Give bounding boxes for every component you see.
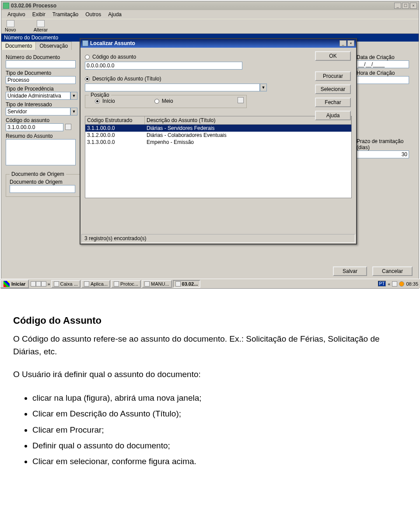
results-grid[interactable]: 3.1.1.00.0.0Diárias - Servidores Federai… bbox=[85, 125, 352, 198]
modal-titlebar: Localizar Assunto _ × bbox=[80, 39, 356, 48]
quicklaunch-expand[interactable]: » bbox=[47, 281, 50, 287]
menu-tramitacao[interactable]: Tramitação bbox=[50, 11, 81, 18]
system-tray: PT « 08:35 bbox=[376, 281, 420, 287]
doc-origem-input[interactable] bbox=[10, 185, 75, 193]
right-column: Data de Criação __/__/____ Hora de Criaç… bbox=[357, 52, 413, 158]
tipo-doc-input[interactable]: Processo bbox=[6, 76, 76, 84]
salvar-button[interactable]: Salvar bbox=[333, 266, 367, 276]
windows-flag-icon bbox=[4, 281, 10, 287]
descricao-dropdown[interactable]: ▼ bbox=[260, 84, 267, 91]
data-criacao-input[interactable]: __/__/____ bbox=[357, 60, 409, 68]
menubar: Arquivo Exibir Tramitação Outros Ajuda bbox=[1, 10, 419, 19]
radio-codigo[interactable] bbox=[85, 55, 90, 59]
new-icon bbox=[7, 20, 14, 27]
task-manu[interactable]: MANU... bbox=[142, 280, 172, 288]
modal-icon bbox=[82, 40, 88, 46]
lang-indicator[interactable]: PT bbox=[378, 281, 386, 287]
menu-outros[interactable]: Outros bbox=[83, 11, 104, 18]
cancelar-button[interactable]: Cancelar bbox=[372, 266, 413, 276]
list-item: clicar na lupa (figura), abrirá uma nova… bbox=[32, 390, 407, 406]
results-grid-header: Código Estruturado Descrição do Assunto … bbox=[85, 116, 352, 125]
quicklaunch-desktop-icon[interactable] bbox=[36, 281, 41, 287]
toolbar-alterar-label: Alterar bbox=[34, 27, 48, 32]
tipo-int-dropdown[interactable]: ▼ bbox=[70, 108, 77, 115]
data-criacao-label: Data de Criação bbox=[357, 54, 413, 60]
hora-criacao-input[interactable] bbox=[357, 76, 409, 84]
modal-close-button[interactable]: × bbox=[347, 40, 354, 46]
modal-title: Localizar Assunto bbox=[90, 40, 339, 46]
task-icon bbox=[54, 281, 59, 287]
task-0302[interactable]: 03.02... bbox=[173, 280, 201, 288]
help-icon[interactable] bbox=[238, 97, 244, 103]
table-row[interactable]: 3.1.3.00.0.0Empenho - Emissão bbox=[85, 139, 351, 146]
doc-bullets: clicar na lupa (figura), abrirá uma nova… bbox=[22, 390, 407, 469]
list-item: Clicar em Procurar; bbox=[32, 422, 407, 438]
cell-desc: Empenho - Emissão bbox=[145, 139, 351, 146]
resumo-input[interactable] bbox=[6, 139, 76, 165]
table-row[interactable]: 3.1.1.00.0.0Diárias - Servidores Federai… bbox=[85, 125, 351, 132]
radio-descricao[interactable] bbox=[85, 77, 90, 81]
task-icon bbox=[175, 281, 181, 287]
edit-icon bbox=[37, 20, 45, 27]
prazo-input[interactable]: 30 bbox=[357, 150, 409, 158]
tab-documento[interactable]: Documento bbox=[1, 42, 36, 50]
menu-arquivo[interactable]: Arquivo bbox=[5, 11, 28, 18]
tray-shield-icon[interactable] bbox=[399, 281, 404, 287]
doc-origem-group: Documento de Origem bbox=[10, 171, 66, 177]
close-button[interactable]: × bbox=[410, 3, 417, 9]
quicklaunch-more-icon[interactable] bbox=[41, 281, 46, 287]
posicao-legend: Posição bbox=[89, 92, 111, 98]
ok-button[interactable]: OK bbox=[315, 51, 351, 61]
modal-statusbar: 3 registro(s) encontrado(s) bbox=[81, 234, 355, 243]
modal-buttons: OK Procurar Selecionar Fechar Ajuda bbox=[315, 51, 351, 120]
tipo-proc-dropdown[interactable]: ▼ bbox=[70, 92, 77, 100]
doc-origem-label: Documento de Origem bbox=[10, 179, 76, 185]
minimize-button[interactable]: _ bbox=[394, 3, 401, 9]
procurar-button[interactable]: Procurar bbox=[315, 71, 351, 81]
quicklaunch-ie-icon[interactable] bbox=[31, 281, 36, 287]
numero-doc-input[interactable] bbox=[6, 60, 76, 68]
radio-descricao-label: Descrição do Assunto (Título) bbox=[92, 76, 161, 82]
maximize-button[interactable]: ☐ bbox=[402, 3, 409, 9]
col-codigo: Código Estruturado bbox=[85, 116, 145, 124]
cell-desc: Diárias - Colaboradores Eventuais bbox=[145, 132, 351, 139]
codigo-input[interactable]: 0.0.0.00.0.0 bbox=[85, 62, 242, 70]
tray-volume-icon[interactable] bbox=[392, 281, 397, 287]
radio-meio-label: Meio bbox=[162, 98, 173, 104]
radio-inicio-label: Início bbox=[102, 98, 115, 104]
task-protoc[interactable]: Protoc... bbox=[111, 280, 141, 288]
tipo-int-select[interactable]: Servidor bbox=[6, 108, 70, 115]
selecionar-button[interactable]: Selecionar bbox=[315, 84, 351, 94]
radio-codigo-label: Código do assunto bbox=[92, 54, 136, 60]
main-title: 03.02.06 Processo bbox=[11, 3, 393, 9]
app-icon bbox=[3, 3, 9, 9]
search-icon[interactable] bbox=[65, 124, 71, 130]
start-button[interactable]: Iniciar bbox=[0, 280, 29, 288]
radio-inicio[interactable] bbox=[95, 99, 100, 104]
menu-exibir[interactable]: Exibir bbox=[30, 11, 48, 18]
table-row[interactable]: 3.1.2.00.0.0Diárias - Colaboradores Even… bbox=[85, 132, 351, 139]
list-item: Clicar em selecionar, conforme figura ac… bbox=[32, 454, 407, 469]
menu-ajuda[interactable]: Ajuda bbox=[105, 11, 124, 18]
task-caixa[interactable]: Caixa ... bbox=[51, 280, 80, 288]
task-aplica[interactable]: Aplica... bbox=[81, 280, 110, 288]
descricao-input[interactable] bbox=[85, 84, 260, 91]
modal-minimize-button[interactable]: _ bbox=[340, 40, 346, 46]
toolbar-alterar[interactable]: Alterar bbox=[34, 20, 48, 32]
tab-observacao[interactable]: Observação bbox=[35, 42, 72, 50]
cod-assunto-input[interactable]: 3.1.0.00.0.0 bbox=[6, 123, 63, 131]
cell-codigo: 3.1.1.00.0.0 bbox=[85, 125, 145, 132]
ajuda-button[interactable]: Ajuda bbox=[315, 111, 351, 120]
taskbar: Iniciar » Caixa ... Aplica... Protoc... … bbox=[0, 279, 420, 288]
start-label: Iniciar bbox=[11, 281, 25, 287]
task-icon bbox=[84, 281, 89, 287]
fechar-button[interactable]: Fechar bbox=[315, 98, 351, 107]
cell-desc: Diárias - Servidores Federais bbox=[145, 125, 351, 132]
prazo-label: Prazo de tramitação (dias) bbox=[357, 138, 413, 150]
tipo-proc-select[interactable]: Unidade Administrativa bbox=[6, 92, 70, 100]
cell-codigo: 3.1.2.00.0.0 bbox=[85, 132, 145, 139]
clock: 08:35 bbox=[406, 281, 418, 287]
tray-expand[interactable]: « bbox=[388, 281, 390, 287]
toolbar-novo[interactable]: Novo bbox=[5, 20, 16, 32]
radio-meio[interactable] bbox=[154, 99, 159, 104]
